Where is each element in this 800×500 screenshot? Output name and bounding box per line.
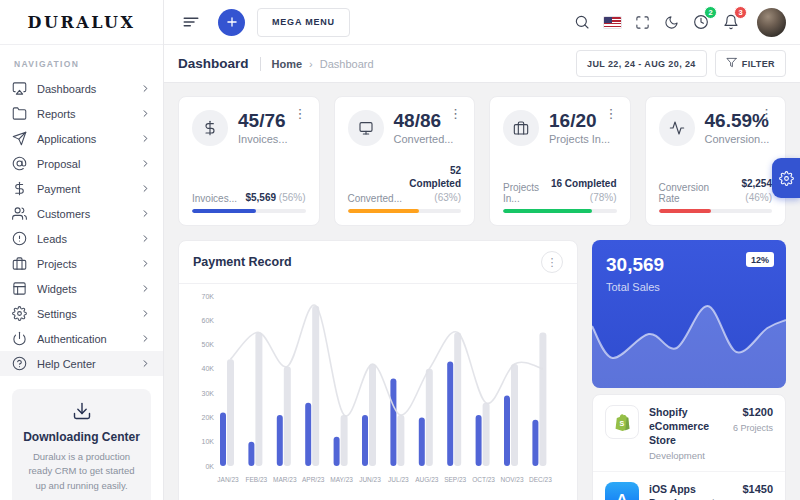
- appstore-icon: A: [605, 482, 639, 500]
- stats-row: ⋮ 45/76 Invoices... Invoices... $5,569 (…: [178, 96, 786, 226]
- chevron-right-icon: [140, 108, 151, 119]
- total-sales-badge: 12%: [746, 252, 774, 267]
- sidebar-item-help-center[interactable]: Help Center: [0, 351, 163, 376]
- card-menu-button[interactable]: ⋮: [756, 105, 777, 122]
- app-logo[interactable]: DURALUX: [28, 13, 136, 32]
- sidebar-item-reports[interactable]: Reports: [12, 101, 151, 126]
- chevron-right-icon: [140, 133, 151, 144]
- project-price: $1450: [733, 482, 773, 497]
- us-flag-icon: [604, 17, 621, 28]
- mega-menu-button[interactable]: MEGA MENU: [257, 8, 350, 37]
- filter-button[interactable]: FILTER: [715, 50, 786, 77]
- fullscreen-icon[interactable]: [631, 11, 654, 34]
- sidebar-item-payment[interactable]: Payment: [12, 176, 151, 201]
- sidebar-item-dashboards[interactable]: Dashboards: [12, 76, 151, 101]
- language-flag-icon[interactable]: [600, 13, 625, 32]
- dollar-icon: [202, 120, 218, 136]
- applications-icon: [12, 131, 27, 146]
- breadcrumb-home-link[interactable]: Home: [272, 58, 303, 70]
- sidebar-item-proposal[interactable]: Proposal: [12, 151, 151, 176]
- card-menu-button[interactable]: ⋮: [541, 251, 563, 273]
- quick-add-button[interactable]: [218, 9, 245, 36]
- screen-icon: [358, 120, 374, 136]
- progress-fill: [192, 209, 256, 213]
- hamburger-menu-icon[interactable]: [178, 9, 204, 35]
- clock-badge: 2: [704, 6, 717, 19]
- dollar-icon: [192, 110, 228, 146]
- sidebar-item-authentication[interactable]: Authentication: [12, 326, 151, 351]
- settings-icon: [12, 306, 27, 321]
- help-center-icon: [12, 356, 27, 371]
- dark-mode-moon-icon[interactable]: [660, 11, 683, 34]
- sidebar-item-settings[interactable]: Settings: [12, 301, 151, 326]
- activity-icon: [659, 110, 695, 146]
- customers-icon: [12, 206, 27, 221]
- sales-wave-chart: [592, 296, 786, 388]
- svg-text:FEB/23: FEB/23: [246, 476, 268, 483]
- page-title: Dashboard: [178, 56, 249, 71]
- svg-text:OCT/23: OCT/23: [472, 476, 495, 483]
- download-icon: [72, 401, 92, 421]
- payment-record-chart: 0K10K20K30K40K50K60K70KJAN/23FEB/23MAR/2…: [179, 284, 577, 498]
- menu-icon: [182, 13, 200, 31]
- chevron-right-icon: [140, 158, 151, 169]
- stat-card-head: 46.59% Conversion...: [659, 110, 773, 146]
- chevron-right-icon: [140, 358, 151, 369]
- nav-section-label: NAVIGATION: [14, 59, 149, 69]
- briefcase-icon: [513, 120, 529, 136]
- sidebar-item-label: Help Center: [37, 358, 130, 370]
- search-icon[interactable]: [570, 10, 594, 34]
- chevron-right-icon: [140, 233, 151, 244]
- sidebar-item-widgets[interactable]: Widgets: [12, 276, 151, 301]
- card-menu-button[interactable]: ⋮: [290, 105, 311, 122]
- project-list-item-1[interactable]: A iOS Apps Development Development $1450…: [593, 471, 785, 500]
- sidebar-item-label: Widgets: [37, 283, 130, 295]
- chevron-right-icon: [140, 308, 151, 319]
- stat-footer-label: Invoices...: [192, 193, 237, 204]
- chevron-right-icon: [140, 133, 151, 144]
- card-menu-button[interactable]: ⋮: [445, 105, 466, 122]
- sidebar-item-projects[interactable]: Projects: [12, 251, 151, 276]
- user-avatar[interactable]: [757, 8, 786, 37]
- chevron-right-icon: [140, 258, 151, 269]
- card-menu-button[interactable]: ⋮: [601, 105, 622, 122]
- activity-icon: [669, 120, 685, 136]
- charts-row: Payment Record ⋮ 0K10K20K30K40K50K60K70K…: [178, 240, 786, 500]
- chevron-right-icon: [140, 333, 151, 344]
- chevron-right-icon: [140, 233, 151, 244]
- stat-footer: Invoices... $5,569 (56%): [192, 191, 306, 214]
- total-sales-card: 30,569 Total Sales 12%: [592, 240, 786, 388]
- stat-footer-value: $5,569 (56%): [245, 191, 305, 205]
- sidebar-item-label: Reports: [37, 108, 130, 120]
- sidebar-item-label: Settings: [37, 308, 130, 320]
- chevron-right-icon: [140, 258, 151, 269]
- sidebar-item-label: Dashboards: [37, 83, 130, 95]
- svg-text:JAN/23: JAN/23: [217, 476, 239, 483]
- filter-label: FILTER: [742, 59, 775, 69]
- sidebar-item-label: Payment: [37, 183, 130, 195]
- payment-record-header: Payment Record ⋮: [179, 241, 577, 284]
- payment-record-title: Payment Record: [193, 255, 292, 269]
- timesheet-wrap: 2: [689, 10, 713, 34]
- search-icon: [574, 14, 590, 30]
- theme-customizer-gear-button[interactable]: [772, 158, 800, 198]
- chevron-right-icon: [140, 333, 151, 344]
- stat-title: Projects In...: [549, 133, 610, 145]
- sidebar-item-applications[interactable]: Applications: [12, 126, 151, 151]
- progress-fill: [659, 209, 711, 213]
- stat-card-head: 16/20 Projects In...: [503, 110, 617, 146]
- svg-text:MAY/23: MAY/23: [330, 476, 353, 483]
- project-count: 6 Projects: [733, 422, 773, 435]
- chevron-right-icon: [140, 283, 151, 294]
- date-range-picker[interactable]: JUL 22, 24 - AUG 20, 24: [576, 50, 707, 77]
- sidebar-item-customers[interactable]: Customers: [12, 201, 151, 226]
- briefcase-icon: [503, 110, 539, 146]
- download-center-title: Downloading Center: [22, 430, 141, 444]
- sidebar-item-leads[interactable]: Leads: [12, 226, 151, 251]
- svg-text:MAR/23: MAR/23: [273, 476, 297, 483]
- svg-text:DEC/23: DEC/23: [529, 476, 552, 483]
- payment-record-card: Payment Record ⋮ 0K10K20K30K40K50K60K70K…: [178, 240, 578, 500]
- stat-title: Converted...: [394, 133, 454, 145]
- svg-text:60K: 60K: [202, 317, 215, 324]
- project-list-item-0[interactable]: S Shopify eCommerce Store Development $1…: [593, 395, 785, 471]
